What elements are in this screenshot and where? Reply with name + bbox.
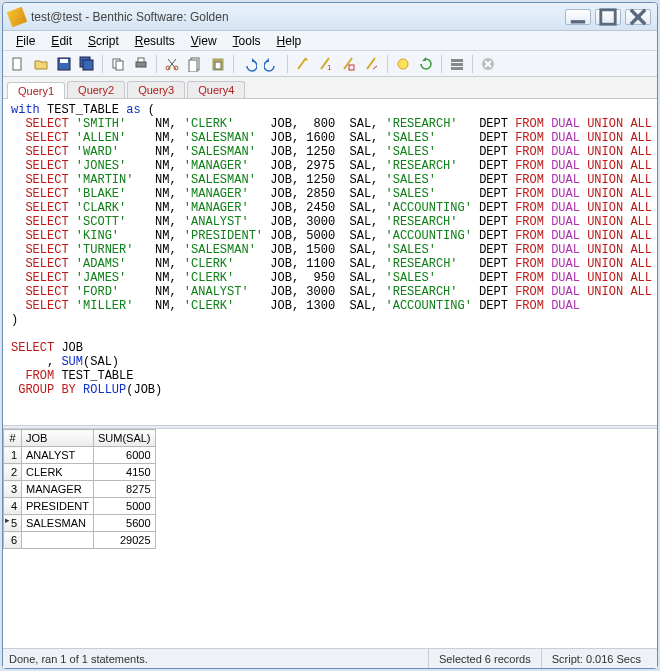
save-all-icon[interactable] <box>76 54 98 74</box>
query-tabs: Query1Query2Query3Query4 <box>3 77 657 99</box>
grid-cell-sum[interactable]: 5000 <box>93 498 155 515</box>
svg-rect-24 <box>451 59 463 62</box>
svg-rect-10 <box>116 61 123 70</box>
menu-script[interactable]: Script <box>81 32 126 50</box>
save-icon[interactable] <box>53 54 75 74</box>
svg-point-23 <box>398 59 408 69</box>
status-bar: Done, ran 1 of 1 statements. Selected 6 … <box>3 648 657 668</box>
svg-rect-11 <box>136 62 146 67</box>
tab-query4[interactable]: Query4 <box>187 81 245 98</box>
options-icon[interactable] <box>446 54 468 74</box>
paste-icon[interactable] <box>207 54 229 74</box>
table-row[interactable]: 4PRESIDENT5000 <box>4 498 156 515</box>
menu-view[interactable]: View <box>184 32 224 50</box>
commit-icon[interactable] <box>392 54 414 74</box>
sql-editor[interactable]: with TEST_TABLE as ( SELECT 'SMITH' NM, … <box>3 99 657 425</box>
table-row[interactable]: 5SALESMAN5600 <box>4 515 156 532</box>
status-left: Done, ran 1 of 1 statements. <box>9 653 148 665</box>
grid-cell-job[interactable]: CLERK <box>22 464 94 481</box>
run-selection-icon[interactable] <box>338 54 360 74</box>
svg-text:1: 1 <box>327 63 332 72</box>
grid-rownum[interactable]: 1 <box>4 447 22 464</box>
tab-query1[interactable]: Query1 <box>7 82 65 99</box>
toolbar: 1 <box>3 51 657 77</box>
clipboard-copy-icon[interactable] <box>184 54 206 74</box>
status-timing: Script: 0.016 Secs <box>541 649 651 668</box>
print-icon[interactable] <box>130 54 152 74</box>
window-title: test@test - Benthic Software: Golden <box>31 10 565 24</box>
grid-cell-job[interactable]: PRESIDENT <box>22 498 94 515</box>
grid-header-rownum[interactable]: # <box>4 430 22 447</box>
svg-rect-4 <box>13 58 21 70</box>
grid-cell-job[interactable]: ANALYST <box>22 447 94 464</box>
grid-rownum[interactable]: 5 <box>4 515 22 532</box>
grid-cell-sum[interactable]: 29025 <box>93 532 155 549</box>
grid-rownum[interactable]: 2 <box>4 464 22 481</box>
app-icon <box>7 6 28 27</box>
grid-rownum[interactable]: 4 <box>4 498 22 515</box>
status-selected: Selected 6 records <box>428 649 541 668</box>
svg-rect-22 <box>349 65 354 70</box>
title-bar: test@test - Benthic Software: Golden <box>3 3 657 31</box>
grid-header-job[interactable]: JOB <box>22 430 94 447</box>
tab-query2[interactable]: Query2 <box>67 81 125 98</box>
svg-rect-12 <box>138 58 144 62</box>
run-icon[interactable] <box>292 54 314 74</box>
app-window: test@test - Benthic Software: Golden Fil… <box>2 2 658 669</box>
svg-rect-6 <box>60 59 68 63</box>
redo-icon[interactable] <box>261 54 283 74</box>
svg-rect-20 <box>215 62 221 69</box>
menu-help[interactable]: Help <box>270 32 309 50</box>
grid-header-sum[interactable]: SUM(SAL) <box>93 430 155 447</box>
maximize-button[interactable] <box>595 9 621 25</box>
close-button[interactable] <box>625 9 651 25</box>
menu-results[interactable]: Results <box>128 32 182 50</box>
grid-cell-job[interactable]: MANAGER <box>22 481 94 498</box>
open-icon[interactable] <box>30 54 52 74</box>
new-icon[interactable] <box>7 54 29 74</box>
table-row[interactable]: 1ANALYST6000 <box>4 447 156 464</box>
svg-rect-8 <box>83 60 93 70</box>
results-panel: #JOBSUM(SAL)1ANALYST60002CLERK41503MANAG… <box>3 429 657 648</box>
stop-icon[interactable] <box>477 54 499 74</box>
rollback-icon[interactable] <box>415 54 437 74</box>
grid-cell-job[interactable]: SALESMAN <box>22 515 94 532</box>
svg-rect-26 <box>451 67 463 70</box>
grid-rownum[interactable]: 6 <box>4 532 22 549</box>
svg-rect-25 <box>451 63 463 66</box>
table-row[interactable]: 2CLERK4150 <box>4 464 156 481</box>
table-row[interactable]: 3MANAGER8275 <box>4 481 156 498</box>
grid-rownum[interactable]: 3 <box>4 481 22 498</box>
results-grid[interactable]: #JOBSUM(SAL)1ANALYST60002CLERK41503MANAG… <box>3 429 156 549</box>
undo-icon[interactable] <box>238 54 260 74</box>
grid-cell-sum[interactable]: 4150 <box>93 464 155 481</box>
svg-rect-18 <box>189 60 197 72</box>
svg-rect-1 <box>601 9 615 23</box>
menu-file[interactable]: File <box>9 32 42 50</box>
run-step-icon[interactable]: 1 <box>315 54 337 74</box>
run-to-cursor-icon[interactable] <box>361 54 383 74</box>
menu-bar: FileEditScriptResultsViewToolsHelp <box>3 31 657 51</box>
grid-cell-sum[interactable]: 8275 <box>93 481 155 498</box>
table-row[interactable]: 629025 <box>4 532 156 549</box>
menu-tools[interactable]: Tools <box>226 32 268 50</box>
tab-query3[interactable]: Query3 <box>127 81 185 98</box>
cut-icon[interactable] <box>161 54 183 74</box>
grid-cell-sum[interactable]: 5600 <box>93 515 155 532</box>
minimize-button[interactable] <box>565 9 591 25</box>
grid-cell-job[interactable] <box>22 532 94 549</box>
menu-edit[interactable]: Edit <box>44 32 79 50</box>
grid-cell-sum[interactable]: 6000 <box>93 447 155 464</box>
copy-icon[interactable] <box>107 54 129 74</box>
